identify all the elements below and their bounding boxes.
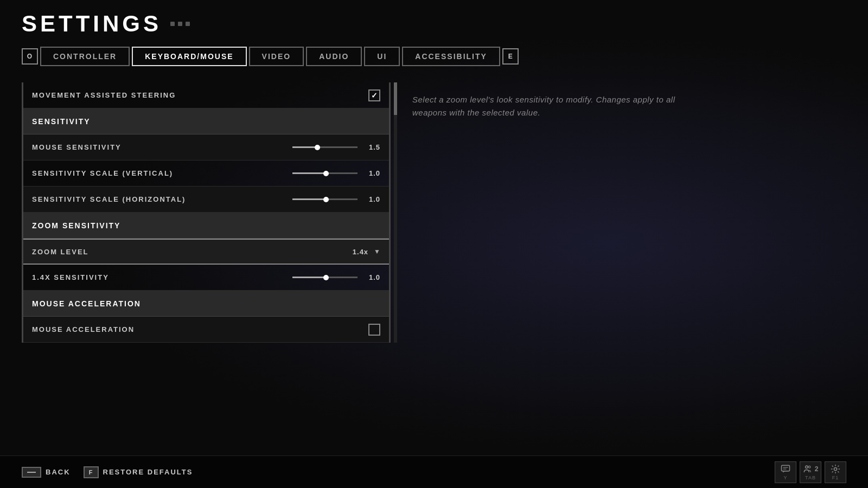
action-restore[interactable]: F Restore Defaults	[84, 466, 193, 478]
value-zoom-level: 1.4x	[353, 248, 368, 256]
checkbox-mouse-acceleration[interactable]	[368, 324, 380, 336]
label-zoom-level: ZOOM LEVEL	[32, 248, 89, 256]
slider-track-14x[interactable]	[292, 277, 358, 278]
settings-panel: MOVEMENT ASSISTED STEERING SENSITIVITY M…	[22, 82, 391, 343]
scrollbar-thumb[interactable]	[394, 82, 397, 115]
slider-thumb-14x[interactable]	[323, 275, 329, 280]
label-sensitivity: SENSITIVITY	[32, 117, 91, 126]
row-mouse-acceleration[interactable]: MOUSE ACCELERATION	[23, 317, 389, 343]
value-14x-sensitivity: 1.0	[364, 273, 380, 281]
svg-point-5	[834, 467, 837, 470]
back-key-icon	[22, 467, 41, 478]
slider-fill-14x	[292, 277, 326, 278]
slider-track-horizontal[interactable]	[292, 198, 358, 200]
section-zoom-sensitivity: ZOOM SENSITIVITY	[23, 213, 389, 239]
dot-1	[170, 22, 175, 26]
row-sensitivity-vertical[interactable]: SENSITIVITY SCALE (VERTICAL) 1.0	[23, 160, 389, 187]
chat-key-label: Y	[783, 475, 787, 480]
bottom-right-icons: Y 2 Tab F1	[775, 461, 846, 483]
value-sensitivity-vertical: 1.0	[364, 169, 380, 177]
dot-3	[186, 22, 190, 26]
slider-mouse-sensitivity[interactable]: 1.5	[292, 143, 380, 151]
back-label: Back	[46, 468, 71, 476]
gear-icon-btn[interactable]: F1	[825, 461, 846, 483]
label-sensitivity-horizontal: SENSITIVITY SCALE (HORIZONTAL)	[32, 195, 186, 203]
dropdown-zoom-level[interactable]: 1.4x ▼	[353, 248, 380, 256]
player-count-display: 2	[803, 464, 819, 474]
tabs-row: O CONTROLLER KEYBOARD/MOUSE VIDEO AUDIO …	[22, 47, 846, 66]
content-area: MOVEMENT ASSISTED STEERING SENSITIVITY M…	[22, 82, 846, 343]
section-mouse-acceleration: MOUSE ACCELERATION	[23, 291, 389, 317]
gear-key-label: F1	[832, 475, 839, 480]
slider-sensitivity-vertical[interactable]: 1.0	[292, 169, 380, 177]
slider-fill-mouse-sensitivity	[292, 146, 317, 148]
slider-fill-vertical	[292, 172, 326, 174]
slider-track-mouse-sensitivity[interactable]	[292, 146, 358, 148]
bottom-bar: Back F Restore Defaults Y	[0, 455, 868, 488]
label-zoom-sensitivity: ZOOM SENSITIVITY	[32, 221, 120, 230]
help-panel: Select a zoom level's look sensitivity t…	[412, 82, 846, 130]
row-movement-assisted[interactable]: MOVEMENT ASSISTED STEERING	[23, 82, 389, 108]
slider-sensitivity-horizontal[interactable]: 1.0	[292, 195, 380, 203]
players-key-label: Tab	[805, 475, 816, 480]
tab-controller[interactable]: CONTROLLER	[40, 47, 130, 66]
chat-icon-btn[interactable]: Y	[775, 461, 796, 483]
chat-icon	[781, 464, 790, 474]
tab-video[interactable]: VIDEO	[249, 47, 304, 66]
value-mouse-sensitivity: 1.5	[364, 143, 380, 151]
slider-14x-sensitivity[interactable]: 1.0	[292, 273, 380, 281]
row-zoom-level[interactable]: ZOOM LEVEL 1.4x ▼	[22, 239, 390, 265]
checkbox-movement-assisted[interactable]	[368, 89, 380, 101]
svg-point-4	[808, 466, 810, 468]
players-icon	[803, 464, 813, 474]
dot-2	[178, 22, 182, 26]
page-title: SETTINGS	[22, 11, 846, 37]
label-mouse-acceleration: MOUSE ACCELERATION	[32, 325, 135, 333]
restore-key-icon: F	[84, 466, 99, 478]
value-sensitivity-horizontal: 1.0	[364, 195, 380, 203]
slider-thumb-vertical[interactable]	[323, 171, 329, 176]
bottom-actions: Back F Restore Defaults	[22, 466, 193, 478]
gear-icon	[831, 464, 840, 474]
label-movement-assisted: MOVEMENT ASSISTED STEERING	[32, 91, 176, 99]
slider-thumb-mouse-sensitivity[interactable]	[315, 145, 320, 150]
tab-left-badge: O	[22, 48, 38, 65]
title-text: SETTINGS	[22, 11, 162, 37]
row-14x-sensitivity[interactable]: 1.4X SENSITIVITY 1.0	[23, 265, 389, 291]
player-count-number: 2	[815, 465, 819, 473]
svg-rect-0	[782, 465, 790, 471]
row-mouse-sensitivity[interactable]: MOUSE SENSITIVITY 1.5	[23, 134, 389, 160]
slider-track-vertical[interactable]	[292, 172, 358, 174]
label-mouse-sensitivity: MOUSE SENSITIVITY	[32, 143, 122, 151]
slider-fill-horizontal	[292, 198, 326, 200]
settings-list: MOVEMENT ASSISTED STEERING SENSITIVITY M…	[22, 82, 391, 343]
action-back[interactable]: Back	[22, 467, 71, 478]
slider-thumb-horizontal[interactable]	[323, 197, 329, 202]
label-sensitivity-vertical: SENSITIVITY SCALE (VERTICAL)	[32, 169, 173, 177]
label-14x-sensitivity: 1.4X SENSITIVITY	[32, 273, 109, 281]
players-icon-btn[interactable]: 2 Tab	[800, 461, 821, 483]
title-decoration	[170, 22, 190, 26]
help-text: Select a zoom level's look sensitivity t…	[412, 93, 705, 119]
dash-line	[27, 472, 36, 473]
tab-right-badge: E	[502, 48, 519, 65]
tab-audio[interactable]: AUDIO	[306, 47, 362, 66]
scrollbar-track[interactable]	[394, 82, 397, 343]
tab-keyboard-mouse[interactable]: KEYBOARD/MOUSE	[132, 47, 246, 66]
label-mouse-acceleration-section: MOUSE ACCELERATION	[32, 299, 141, 308]
row-sensitivity-horizontal[interactable]: SENSITIVITY SCALE (HORIZONTAL) 1.0	[23, 187, 389, 213]
svg-point-3	[805, 466, 808, 468]
tab-ui[interactable]: UI	[364, 47, 400, 66]
restore-label: Restore Defaults	[103, 468, 193, 476]
tab-accessibility[interactable]: ACCESSIBILITY	[402, 47, 500, 66]
section-sensitivity: SENSITIVITY	[23, 108, 389, 134]
dropdown-arrow-icon: ▼	[374, 248, 380, 255]
